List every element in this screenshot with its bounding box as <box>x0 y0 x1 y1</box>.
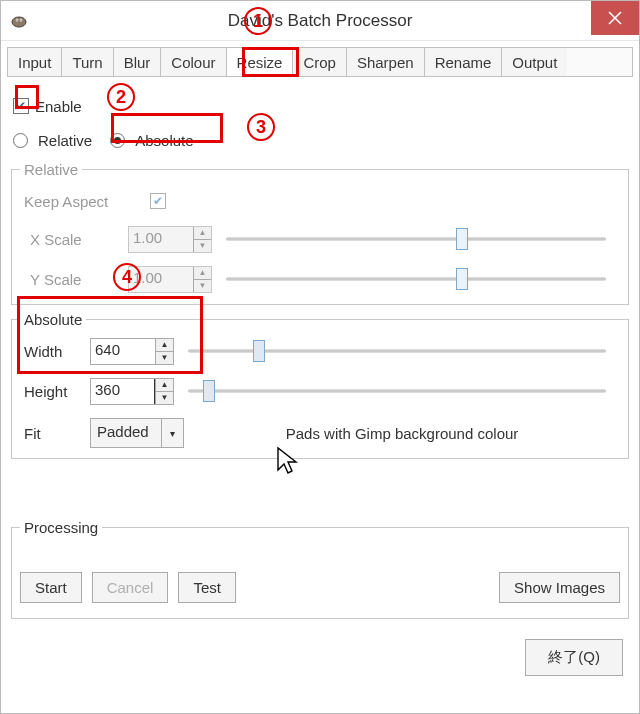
tab-turn[interactable]: Turn <box>62 48 113 76</box>
width-stepper[interactable]: ▲▼ <box>155 339 173 364</box>
width-slider[interactable] <box>188 347 606 355</box>
keep-aspect-label: Keep Aspect <box>20 193 150 210</box>
absolute-legend: Absolute <box>20 311 86 328</box>
radio-absolute-label: Absolute <box>135 132 193 149</box>
test-button[interactable]: Test <box>178 572 236 603</box>
height-label: Height <box>20 383 90 400</box>
relative-group: Relative Keep Aspect X Scale 1.00 ▲▼ Y S… <box>11 161 629 305</box>
relative-legend: Relative <box>20 161 82 178</box>
tab-output[interactable]: Output <box>502 48 567 76</box>
yscale-stepper: ▲▼ <box>193 267 211 292</box>
fit-label: Fit <box>20 425 90 442</box>
show-images-button[interactable]: Show Images <box>499 572 620 603</box>
xscale-slider <box>226 235 606 243</box>
tab-input[interactable]: Input <box>8 48 62 76</box>
keep-aspect-checkbox <box>150 193 166 209</box>
tab-rename[interactable]: Rename <box>425 48 503 76</box>
close-button[interactable] <box>591 1 639 35</box>
radio-absolute[interactable] <box>110 133 125 148</box>
close-dialog-button[interactable]: 終了(Q) <box>525 639 623 676</box>
start-button[interactable]: Start <box>20 572 82 603</box>
enable-label: Enable <box>35 98 82 115</box>
radio-relative[interactable] <box>13 133 28 148</box>
tab-content-resize: Enable Relative Absolute Relative Keep A… <box>7 77 633 680</box>
chevron-down-icon[interactable]: ▾ <box>161 419 183 447</box>
processing-legend: Processing <box>20 519 102 536</box>
yscale-input: 1.00 ▲▼ <box>128 266 212 293</box>
absolute-group: Absolute Width 640 ▲▼ Height 360 ▲▼ <box>11 311 629 459</box>
height-slider[interactable] <box>188 387 606 395</box>
height-input[interactable]: 360 ▲▼ <box>90 378 174 405</box>
radio-relative-label: Relative <box>38 132 92 149</box>
window-title: David's Batch Processor <box>1 11 639 31</box>
processing-group: Processing Start Cancel Test Show Images <box>11 519 629 619</box>
xscale-label: X Scale <box>20 231 128 248</box>
height-stepper[interactable]: ▲▼ <box>155 379 173 404</box>
fit-combo[interactable]: Padded ▾ <box>90 418 184 448</box>
tab-resize[interactable]: Resize <box>227 48 294 76</box>
width-label: Width <box>20 343 90 360</box>
tab-colour[interactable]: Colour <box>161 48 226 76</box>
xscale-input: 1.00 ▲▼ <box>128 226 212 253</box>
tab-sharpen[interactable]: Sharpen <box>347 48 425 76</box>
xscale-stepper: ▲▼ <box>193 227 211 252</box>
tab-crop[interactable]: Crop <box>293 48 347 76</box>
cancel-button: Cancel <box>92 572 169 603</box>
enable-checkbox[interactable] <box>13 98 29 114</box>
yscale-label: Y Scale <box>20 271 128 288</box>
window: David's Batch Processor InputTurnBlurCol… <box>0 0 640 714</box>
yscale-slider <box>226 275 606 283</box>
width-input[interactable]: 640 ▲▼ <box>90 338 174 365</box>
titlebar: David's Batch Processor <box>1 1 639 41</box>
tab-bar: InputTurnBlurColourResizeCropSharpenRena… <box>7 47 633 77</box>
tab-blur[interactable]: Blur <box>114 48 162 76</box>
fit-desc: Pads with Gimp background colour <box>184 425 620 442</box>
close-icon <box>608 11 622 25</box>
